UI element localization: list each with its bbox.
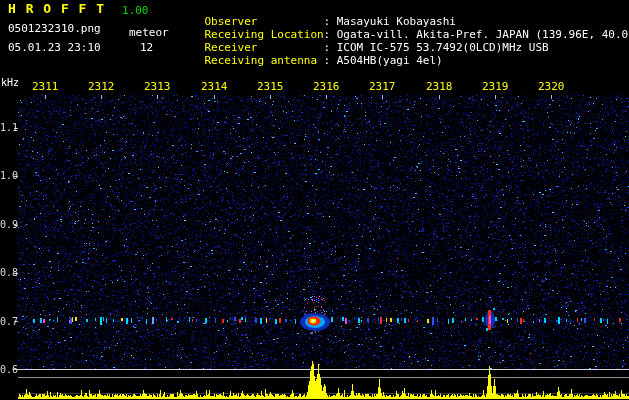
- freq-label-0-9: 0.9: [0, 219, 18, 231]
- freq-label-1-1: 1.1: [0, 122, 18, 134]
- hrofft-window: H R O F F T 1.00 0501232310.png meteor 0…: [0, 0, 629, 400]
- freq-label-0-8: 0.8: [0, 267, 18, 279]
- freq-label-0-7: 0.7: [0, 316, 18, 328]
- datetime: 05.01.23 23:10: [8, 42, 101, 54]
- time-label-2311: 2311: [32, 81, 59, 93]
- app-title: H R O F F T: [8, 3, 105, 15]
- info-label-antenna: Receiving antenna: [205, 55, 324, 67]
- filename: 0501232310.png: [8, 23, 101, 35]
- time-label-2315: 2315: [257, 81, 284, 93]
- info-row-antenna: Receiving antenna: A504HB(yagi 4el): [178, 43, 443, 79]
- y-axis-unit-label: kHz: [1, 77, 19, 89]
- time-label-2312: 2312: [88, 81, 115, 93]
- time-label-2314: 2314: [201, 81, 228, 93]
- time-label-2318: 2318: [426, 81, 453, 93]
- mode-label: meteor: [129, 27, 169, 39]
- freq-label-0-6: 0.6: [0, 364, 18, 376]
- time-label-2313: 2313: [144, 81, 171, 93]
- time-label-2317: 2317: [369, 81, 396, 93]
- app-version: 1.00: [122, 5, 149, 17]
- time-label-2319: 2319: [482, 81, 509, 93]
- freq-label-1-0: 1.0: [0, 170, 18, 182]
- time-label-2320: 2320: [538, 81, 565, 93]
- meteor-count: 12: [140, 42, 153, 54]
- info-value-antenna: : A504HB(yagi 4el): [324, 54, 443, 67]
- time-label-2316: 2316: [313, 81, 340, 93]
